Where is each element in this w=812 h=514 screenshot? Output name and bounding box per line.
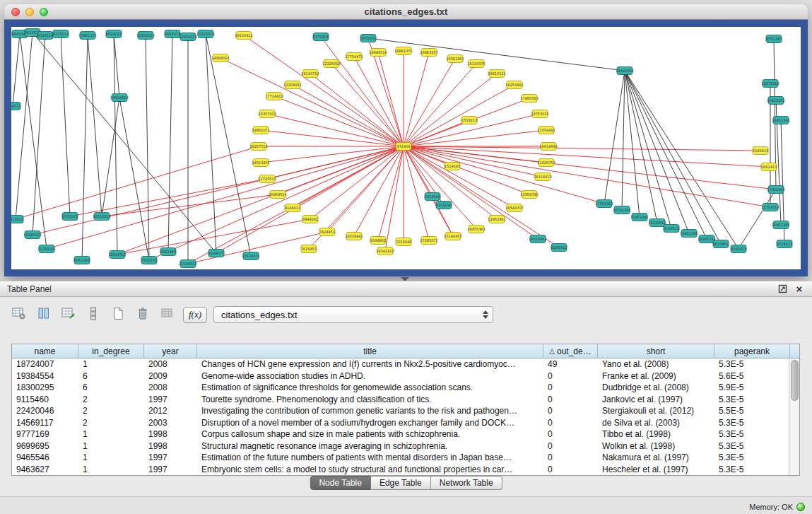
network-node[interactable]: 12204061 xyxy=(283,81,301,89)
table-row[interactable]: 1456911722003Disruption of a novel membe… xyxy=(12,417,789,429)
network-edge[interactable] xyxy=(146,35,149,260)
network-node[interactable]: 17485083 xyxy=(520,95,538,103)
column-header-pagerank[interactable]: pagerank xyxy=(714,344,790,358)
network-node[interactable]: 9724512 xyxy=(777,240,792,248)
network-node[interactable]: 16451345 xyxy=(680,230,698,238)
columns-button[interactable] xyxy=(35,306,53,323)
minimize-window-button[interactable] xyxy=(25,8,34,16)
float-panel-icon[interactable] xyxy=(777,284,788,295)
network-node[interactable]: 18544707 xyxy=(505,204,523,212)
network-edge[interactable] xyxy=(625,71,689,233)
network-node[interactable]: 10481175 xyxy=(78,32,96,40)
network-node[interactable]: 9821345 xyxy=(160,248,176,256)
table-row[interactable]: 1872400712008Changes of HCN gene express… xyxy=(12,358,789,370)
table-row[interactable]: 911546021997Tourette syndrome. Phenomeno… xyxy=(12,394,789,406)
network-node[interactable]: 8951345 xyxy=(74,257,90,264)
network-edge[interactable] xyxy=(625,71,657,223)
network-edge[interactable] xyxy=(61,34,70,216)
network-node[interactable]: 15451341 xyxy=(630,214,648,221)
network-edge[interactable] xyxy=(33,35,45,235)
network-node[interactable]: 11554491 xyxy=(537,127,555,134)
network-node[interactable]: 16253661 xyxy=(505,81,523,89)
network-node[interactable]: 16649510 xyxy=(369,49,387,57)
network-node[interactable]: 17714413 xyxy=(265,93,283,100)
network-node[interactable]: 9024515 xyxy=(37,32,53,40)
table-row[interactable]: 1830029562008Estimation of significance … xyxy=(12,382,789,394)
network-node[interactable]: 8944242 xyxy=(302,216,318,223)
network-canvas[interactable]: 9724091601466811026753161166131595874518… xyxy=(11,27,801,269)
network-node[interactable]: 10451345 xyxy=(772,221,789,229)
network-node[interactable]: 16959514 xyxy=(269,191,286,199)
network-node[interactable]: 16518441 xyxy=(345,233,363,240)
trash-button[interactable] xyxy=(134,306,152,323)
network-node[interactable]: 10134513 xyxy=(179,260,196,268)
network-node[interactable]: 17341345 xyxy=(767,186,784,194)
network-node[interactable]: 17285071 xyxy=(420,237,437,245)
network-edge[interactable] xyxy=(404,146,543,177)
network-edge[interactable] xyxy=(168,34,172,252)
network-node[interactable]: 16513518 xyxy=(93,213,110,221)
network-node[interactable]: 1514545 xyxy=(445,163,460,170)
tab-node-table[interactable]: Node Table xyxy=(310,476,371,490)
network-edge[interactable] xyxy=(16,33,33,219)
table-row[interactable]: 1938455462009Genome-wide association stu… xyxy=(12,370,789,382)
network-node[interactable]: 12704513 xyxy=(761,204,779,211)
network-node[interactable]: 10245013 xyxy=(23,231,41,239)
network-node[interactable]: 1595813 xyxy=(753,147,768,155)
table-settings-button[interactable] xyxy=(10,306,28,323)
close-panel-icon[interactable]: × xyxy=(794,284,805,295)
column-header-name[interactable]: name xyxy=(12,344,78,358)
column-header-out_de[interactable]: △out_de… xyxy=(543,344,598,358)
network-node[interactable]: 19448194 xyxy=(616,67,633,75)
network-node[interactable]: 16963257 xyxy=(420,49,437,57)
network-edge[interactable] xyxy=(622,71,625,210)
network-node[interactable]: 12024513 xyxy=(108,251,126,259)
network-node[interactable]: 16116613 xyxy=(534,173,551,181)
column-header-in_degree[interactable]: in_degree xyxy=(78,344,144,358)
network-node[interactable]: 9134513 xyxy=(664,225,679,233)
column-header-year[interactable]: year xyxy=(144,344,197,358)
network-edge[interactable] xyxy=(82,35,88,260)
network-node[interactable]: 9551345 xyxy=(766,35,782,43)
network-edge[interactable] xyxy=(88,35,102,216)
network-edge[interactable] xyxy=(404,146,760,151)
network-edge[interactable] xyxy=(206,34,251,256)
window-titlebar[interactable]: citations_edges.txt xyxy=(4,4,808,20)
network-node[interactable]: 9910413 xyxy=(11,216,23,223)
new-document-button[interactable] xyxy=(109,306,127,323)
network-edge[interactable] xyxy=(16,146,259,219)
network-edge[interactable] xyxy=(119,98,149,260)
network-node[interactable]: 7224046 xyxy=(396,238,411,246)
network-node[interactable]: 10954013 xyxy=(179,33,196,41)
network-node[interactable]: 9154134 xyxy=(436,201,452,209)
network-node[interactable]: 18272413 xyxy=(761,80,779,88)
column-header-short[interactable]: short xyxy=(598,344,714,358)
network-node[interactable]: 12952861 xyxy=(488,216,505,223)
table-row[interactable]: 977716911998Corpus callosum shape and si… xyxy=(12,428,789,440)
function-button[interactable]: f(x) xyxy=(183,307,207,323)
network-node[interactable]: 16055361 xyxy=(467,226,485,233)
network-node[interactable]: 16014662 xyxy=(529,235,546,243)
network-node[interactable]: 18257514 xyxy=(249,143,267,151)
close-window-button[interactable] xyxy=(11,8,20,16)
network-node[interactable]: 9134071 xyxy=(208,250,224,257)
network-node[interactable]: 5372301 xyxy=(313,33,329,41)
network-edge[interactable] xyxy=(404,146,433,197)
network-node[interactable]: 8624212 xyxy=(106,30,122,38)
network-node[interactable]: 9613451 xyxy=(713,240,729,248)
network-node[interactable]: 12725513 xyxy=(258,175,276,183)
table-row[interactable]: 946362711997Embryonic stem cells: a mode… xyxy=(12,464,789,476)
network-edge[interactable] xyxy=(13,34,20,106)
table-row[interactable]: 969969511998Structural magnetic resonanc… xyxy=(12,440,789,452)
network-node[interactable]: 10201513 xyxy=(136,32,154,40)
network-node[interactable]: 1558213 xyxy=(461,117,477,124)
tab-edge-table[interactable]: Edge Table xyxy=(371,476,431,490)
network-node[interactable]: 16791345 xyxy=(613,206,630,214)
network-node[interactable]: 17591312 xyxy=(595,200,613,208)
network-edge[interactable] xyxy=(739,189,776,249)
network-node[interactable]: 18451341 xyxy=(772,117,789,124)
vertical-scrollbar[interactable] xyxy=(789,358,799,475)
column-header-title[interactable]: title xyxy=(197,344,543,358)
network-node[interactable]: 9505135 xyxy=(62,213,78,221)
network-edge[interactable] xyxy=(33,33,216,253)
